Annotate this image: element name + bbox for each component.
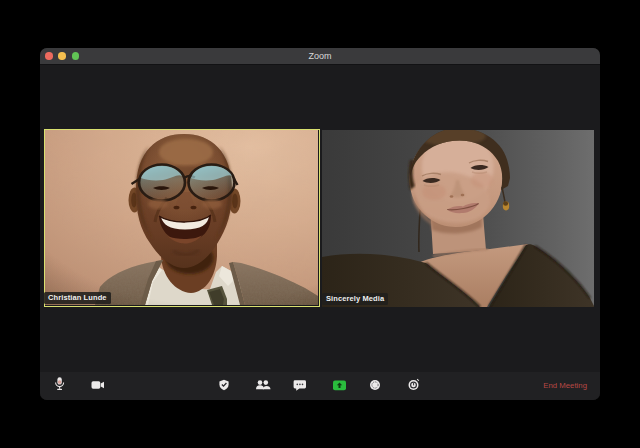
svg-text:End Meeting: End Meeting [543, 381, 587, 390]
